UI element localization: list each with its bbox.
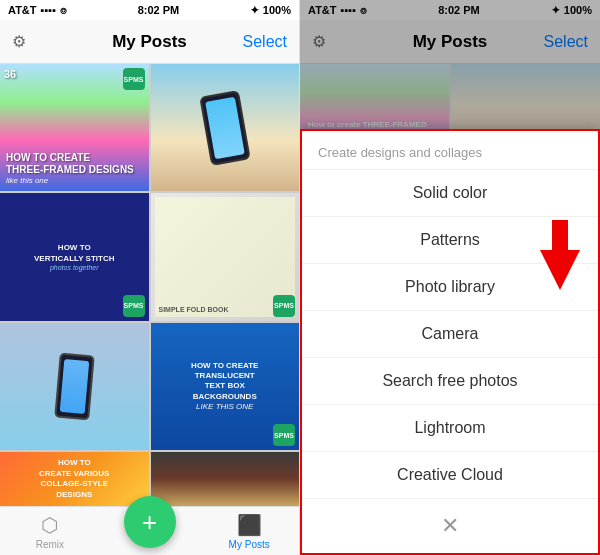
action-sheet-item-creative-cloud[interactable]: Creative Cloud <box>302 452 598 499</box>
remix-icon: ⬡ <box>41 513 58 537</box>
nav-title-left: My Posts <box>112 32 187 52</box>
card-7-title: How ToCreate VariousCOLLAGE-STYLEDESIGNS <box>39 458 109 500</box>
nav-bar-left: ⚙ My Posts Select <box>0 20 299 64</box>
status-bar-left: AT&T ▪▪▪▪ ⌾ 8:02 PM ✦ 100% <box>0 0 299 20</box>
grid-cell-7[interactable]: How ToCreate VariousCOLLAGE-STYLEDESIGNS <box>0 452 149 506</box>
my-posts-icon: ⬛ <box>237 513 262 537</box>
right-panel: AT&T ▪▪▪▪ ⌾ 8:02 PM ✦ 100% ⚙ My Posts Se… <box>300 0 600 555</box>
action-sheet-header: Create designs and collages <box>302 131 598 170</box>
posts-grid-left: 36 SPMS How to createTHREE-FRAMED DESIGN… <box>0 64 299 506</box>
action-sheet: Create designs and collages Solid color … <box>300 129 600 555</box>
grid-cell-2[interactable] <box>151 64 300 191</box>
fab-add-button[interactable]: + <box>124 496 176 548</box>
spms-badge-4: SPMS <box>273 295 295 317</box>
red-arrow-indicator <box>530 220 590 300</box>
spms-badge-1: SPMS <box>123 68 145 90</box>
spms-badge-6: SPMS <box>273 424 295 446</box>
action-sheet-title: Create designs and collages <box>318 145 482 160</box>
action-sheet-item-search-free-photos[interactable]: Search free photos <box>302 358 598 405</box>
wifi-icon: ⌾ <box>60 4 67 16</box>
action-sheet-item-solid-color[interactable]: Solid color <box>302 170 598 217</box>
card-3-subtitle: photos together <box>50 264 99 271</box>
action-sheet-close-button[interactable]: ✕ <box>302 499 598 553</box>
card-1-title: How to createTHREE-FRAMED DESIGNS <box>6 152 143 176</box>
card-3-title: How toVERTICALLY STITCH <box>34 243 114 264</box>
status-left: AT&T ▪▪▪▪ ⌾ <box>8 4 67 16</box>
battery-left: 100% <box>263 4 291 16</box>
grid-cell-5[interactable] <box>0 323 149 450</box>
spms-badge-3: SPMS <box>123 295 145 317</box>
settings-icon[interactable]: ⚙ <box>12 32 26 51</box>
action-sheet-item-camera[interactable]: Camera <box>302 311 598 358</box>
time-left: 8:02 PM <box>138 4 180 16</box>
card-4-label: SIMPLE FOLD BOOK <box>159 306 292 313</box>
action-sheet-item-lightroom[interactable]: Lightroom <box>302 405 598 452</box>
left-panel: AT&T ▪▪▪▪ ⌾ 8:02 PM ✦ 100% ⚙ My Posts Se… <box>0 0 300 555</box>
tab-my-posts[interactable]: ⬛ My Posts <box>199 513 299 550</box>
fab-container: + <box>100 504 200 555</box>
grid-cell-4[interactable]: SIMPLE FOLD BOOK SPMS <box>151 193 300 320</box>
card-6-title: How to createTRANSLUCENTTEXT BOXBACKGROU… <box>191 361 258 413</box>
bottom-tab-bar-left: ⬡ Remix + ⬛ My Posts <box>0 506 299 555</box>
my-posts-label: My Posts <box>229 539 270 550</box>
bluetooth-icon: ✦ <box>250 4 259 17</box>
card-1-subtitle: like this one <box>6 176 143 185</box>
select-button[interactable]: Select <box>243 33 287 51</box>
phone-image <box>199 90 251 166</box>
status-right: ✦ 100% <box>250 4 291 17</box>
svg-marker-0 <box>540 220 580 290</box>
phone-screen <box>205 97 245 159</box>
signal-icon: ▪▪▪▪ <box>41 4 57 16</box>
grid-cell-3[interactable]: How toVERTICALLY STITCH photos together … <box>0 193 149 320</box>
carrier-left: AT&T <box>8 4 37 16</box>
grid-cell-6[interactable]: How to createTRANSLUCENTTEXT BOXBACKGROU… <box>151 323 300 450</box>
tab-remix[interactable]: ⬡ Remix <box>0 513 100 550</box>
remix-label: Remix <box>36 539 64 550</box>
grid-cell-1[interactable]: 36 SPMS How to createTHREE-FRAMED DESIGN… <box>0 64 149 191</box>
grid-cell-8[interactable] <box>151 452 300 506</box>
card-num: 36 <box>4 68 16 80</box>
